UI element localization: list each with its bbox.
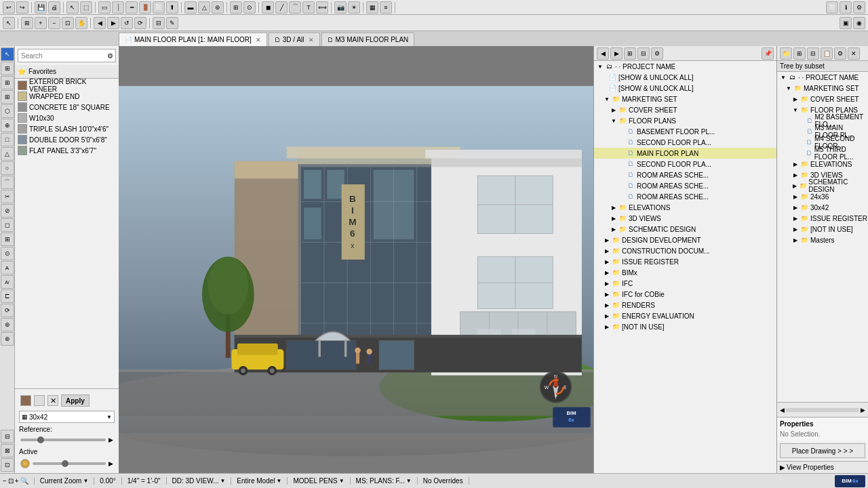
rt-schematic[interactable]: ▶ 📁 SCHEMATIC DESIGN — [777, 180, 868, 191]
tool-15[interactable]: ⊙ — [1, 247, 14, 260]
zoom-icon[interactable]: 🔍 — [20, 477, 28, 485]
redo-btn[interactable]: ↪ — [16, 1, 28, 14]
tree-schematic[interactable]: ▶ 📁 SCHEMATIC DESIGN — [594, 224, 776, 235]
tree-construction[interactable]: ▶ 📁 CONSTRUCTION DOCUM... — [594, 245, 776, 256]
tab-main-floor-plan[interactable]: 📄 MAIN FLOOR PLAN [1: MAIN FLOOR] ✕ — [119, 33, 267, 46]
scale-item[interactable]: 1/4" = 1'-0" — [127, 477, 167, 485]
tree-room-areas-2[interactable]: 🗋 ROOM AREAS SCHE... — [594, 180, 776, 191]
tree-basement[interactable]: 🗋 BASEMENT FLOOR PL... — [594, 126, 776, 137]
overrides-item[interactable]: No Overrides — [423, 477, 469, 485]
fr-close[interactable]: ✕ — [848, 47, 860, 60]
tool-8[interactable]: △ — [1, 147, 14, 161]
select-btn[interactable]: ↖ — [66, 1, 79, 14]
tool-6[interactable]: ⊕ — [1, 119, 14, 132]
tool-18[interactable]: ⊏ — [1, 289, 14, 303]
tree-expand-schematic[interactable]: ▶ — [610, 226, 617, 232]
tool-11[interactable]: ✂ — [1, 190, 14, 203]
pan-btn[interactable]: ✋ — [75, 17, 87, 29]
rt-marketing[interactable]: ▼ 📁 MARKETING SET — [777, 83, 868, 94]
search-input[interactable] — [21, 52, 107, 60]
tool-12[interactable]: ⊘ — [1, 204, 14, 218]
color-swatch2[interactable] — [34, 395, 45, 406]
tree-main-floor[interactable]: 🗋 MAIN FLOOR PLAN — [594, 148, 776, 159]
arrow-tool[interactable]: ↖ — [1, 47, 14, 61]
line-btn[interactable]: ╱ — [275, 1, 288, 14]
layer-btn[interactable]: ⊟ — [153, 17, 165, 29]
tool-7[interactable]: □ — [1, 133, 14, 146]
tree-design-dev[interactable]: ▶ 📁 DESIGN DEVELOPMENT — [594, 235, 776, 245]
material-item-0[interactable]: EXTERIOR BRICK VENEER — [16, 80, 117, 91]
right-panel-pin[interactable]: 📌 — [762, 47, 774, 60]
tree-expand-renders[interactable]: ▶ — [604, 302, 610, 308]
apply-btn[interactable]: Apply — [61, 394, 90, 407]
bottom-scroll-bar[interactable] — [786, 408, 859, 412]
tool-2[interactable]: ⊞ — [1, 62, 14, 75]
tool-bottom-3[interactable]: ⊡ — [1, 458, 14, 472]
zoom-label-item[interactable]: Current Zoom ▼ — [40, 477, 95, 485]
tree-ifc-cobie[interactable]: ▶ 📁 IFC for COBie — [594, 289, 776, 300]
camera-btn[interactable]: 📷 — [334, 1, 347, 14]
tree-expand-const[interactable]: ▶ — [604, 248, 610, 254]
prev-btn[interactable]: ◀ — [94, 17, 106, 29]
tool-3[interactable]: ⊞ — [1, 76, 14, 89]
right-nav-back[interactable]: ◀ — [597, 47, 609, 60]
next-btn[interactable]: ▶ — [107, 17, 119, 29]
tree-expand-cobie[interactable]: ▶ — [604, 291, 610, 298]
zoom-arrow[interactable]: ▼ — [83, 478, 88, 484]
reference-slider[interactable]: ▶ — [18, 433, 116, 447]
material-item-3[interactable]: W10x30 — [16, 113, 117, 123]
scroll-right-arrow[interactable]: ▶ — [861, 407, 865, 413]
filter-btn[interactable]: ⊞ — [21, 17, 33, 29]
sun-btn[interactable]: ☀ — [348, 1, 360, 14]
search-settings-icon[interactable]: ⚙ — [107, 52, 113, 60]
stair-btn[interactable]: ⬆ — [166, 1, 178, 14]
material-item-2[interactable]: CONCRETE 18" SQUARE — [16, 102, 117, 113]
favorites-bar[interactable]: ⭐ Favorites — [15, 65, 119, 79]
rt-30x42[interactable]: ▶ 📁 30x42 — [777, 202, 868, 213]
tree-renders[interactable]: ▶ 📁 RENDERS — [594, 300, 776, 310]
tree-energy[interactable]: ▶ 📁 ENERGY EVALUATION — [594, 310, 776, 321]
tool-21[interactable]: ⊛ — [1, 332, 14, 346]
dim-btn[interactable]: ⟺ — [316, 1, 328, 14]
material-item-5[interactable]: DOUBLE DOOR 5'0"x6'8" — [16, 134, 117, 145]
settings-btn[interactable]: ⚙ — [853, 1, 865, 14]
scroll-left-arrow[interactable]: ◀ — [780, 407, 785, 413]
select-all-btn[interactable]: ↖ — [3, 17, 15, 29]
tool-10[interactable]: ⌒ — [1, 176, 14, 189]
tree-show-unlock-1[interactable]: 📄 [SHOW & UNLOCK ALL] — [594, 72, 776, 83]
tree-expand-ifc[interactable]: ▶ — [604, 281, 610, 287]
tab-m3-plan[interactable]: 🗋 M3 MAIN FLOOR PLAN — [321, 33, 415, 46]
tree-room-areas-3[interactable]: 🗋 ROOM AREAS SCHE... — [594, 191, 776, 202]
tree-not-in-use[interactable]: ▶ 📁 [NOT IN USE] — [594, 321, 776, 332]
plans-item[interactable]: MS: PLANS: F... ▼ — [356, 477, 418, 485]
canvas-area[interactable]: B I M 6 x — [119, 46, 593, 473]
active-slider-thumb[interactable] — [62, 460, 68, 467]
zone-btn[interactable]: ⊞ — [230, 1, 242, 14]
tree-marketing-set[interactable]: ▼ 📁 MARKETING SET — [594, 94, 776, 104]
fr-btn2[interactable]: ⊞ — [793, 47, 806, 60]
schedule-btn[interactable]: ≡ — [380, 1, 392, 14]
fill-btn[interactable]: ◼ — [262, 1, 274, 14]
tool-bottom-1[interactable]: ⊟ — [1, 430, 14, 443]
tree-second-floor[interactable]: 🗋 SECOND FLOOR PLA... — [594, 137, 776, 148]
view-item[interactable]: DD: 3D VIEW... ▼ — [172, 477, 232, 485]
right-collapse-all[interactable]: ⊟ — [637, 47, 650, 60]
tool-16[interactable]: A — [1, 261, 14, 274]
door-btn[interactable]: 🚪 — [139, 1, 151, 14]
undo-btn[interactable]: ↩ — [3, 1, 15, 14]
tree-issue-register[interactable]: ▶ 📁 ISSUE REGISTER — [594, 256, 776, 267]
slab-btn[interactable]: ▬ — [184, 1, 197, 14]
tree-expand-marketing[interactable]: ▼ — [604, 96, 610, 102]
tree-second-floor-2[interactable]: 🗋 SECOND FLOOR PLA... — [594, 159, 776, 169]
tree-expand-dd[interactable]: ▶ — [604, 237, 610, 243]
zoom-fit[interactable]: ⊡ — [8, 477, 14, 485]
view-toggle-btn[interactable]: ▣ — [840, 17, 852, 29]
rt-m5[interactable]: 🗋 M5 THIRD FLOOR PL... — [777, 148, 868, 159]
navigator-btn[interactable]: ⬜ — [826, 1, 838, 14]
beam-btn[interactable]: ━ — [125, 1, 138, 14]
tree-bimx[interactable]: ▶ 📁 BIMx — [594, 267, 776, 278]
right-settings[interactable]: ⚙ — [651, 47, 663, 60]
place-drawing-btn[interactable]: Place Drawing > > > — [780, 443, 865, 458]
tab-close-0[interactable]: ✕ — [256, 37, 261, 43]
fr-btn1[interactable]: 📁 — [780, 47, 792, 60]
